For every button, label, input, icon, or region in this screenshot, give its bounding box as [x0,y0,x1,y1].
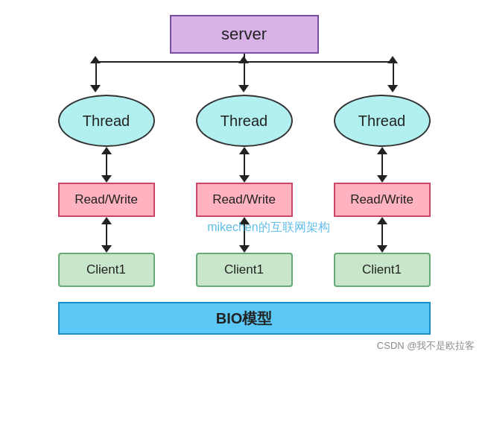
line-2b [244,165,245,175]
right-drop-arrow [387,85,398,92]
line-3b [381,165,383,175]
left-drop-line [95,61,97,87]
line-6a [381,224,383,235]
server-box: server [170,15,319,54]
down-arrowhead-2 [239,175,250,183]
line-4b [106,235,107,245]
readwrite-row: Read/Write Read/Write Read/Write [58,183,431,217]
arrow-col-3 [334,147,431,183]
bio-label: BIO模型 [216,309,273,329]
footer: CSDN @我不是欧拉客 [6,339,483,353]
arrow-col-1 [58,147,155,183]
line-4a [106,224,107,235]
center-drop-arrow [238,85,249,92]
thread-rw-arrows [58,147,431,183]
down-arrowhead-3 [377,175,387,183]
right-up-arrow [387,56,398,63]
line-6b [381,235,383,245]
thread-1: Thread [58,95,155,147]
rw-box-2: Read/Write [196,183,293,217]
down-arrowhead-4 [101,245,112,253]
threads-row: Thread Thread Thread [58,95,431,147]
down-arrowhead-6 [377,245,387,253]
center-up-arrow [238,56,249,63]
rw-box-3: Read/Write [334,183,431,217]
rw-client-arrows [58,217,431,253]
up-arrowhead-1 [101,147,112,154]
center-drop-line [244,61,245,87]
line-2a [244,154,245,165]
left-drop-arrow [90,85,101,92]
bio-bar: BIO模型 [58,302,431,335]
line-5b [244,235,245,245]
line-1a [106,154,107,165]
arrow-col-6 [334,217,431,253]
right-drop-line [393,61,394,87]
line-1b [106,165,107,175]
clients-row: Client1 Client1 Client1 [58,253,431,287]
server-label: server [170,15,319,54]
up-arrowhead-3 [377,147,387,154]
up-arrowhead-4 [101,217,112,224]
thread-2: Thread [196,95,293,147]
footer-text: CSDN @我不是欧拉客 [377,339,475,353]
client-box-1: Client1 [58,253,155,287]
down-arrowhead-5 [239,245,250,253]
client-box-2: Client1 [196,253,293,287]
arrow-col-4 [58,217,155,253]
arrow-col-5 [196,217,293,253]
up-arrowhead-5 [239,217,250,224]
down-arrowhead-1 [101,175,112,183]
up-arrowhead-2 [239,147,250,154]
diagram-container: server Thread Thread Thread [6,0,483,360]
up-arrowhead-6 [377,217,387,224]
left-up-arrow [90,56,101,63]
arrow-col-2 [196,147,293,183]
rw-box-1: Read/Write [58,183,155,217]
thread-3: Thread [334,95,431,147]
line-3a [381,154,383,165]
server-to-threads-connector [58,54,431,95]
client-box-3: Client1 [334,253,431,287]
line-5a [244,224,245,235]
